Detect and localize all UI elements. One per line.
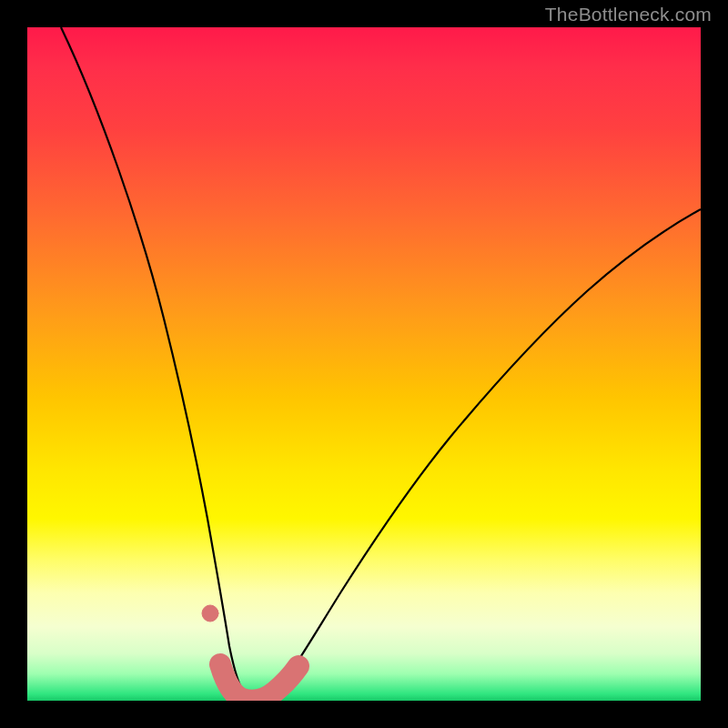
- svg-point-0: [202, 605, 218, 622]
- plot-area: [27, 27, 701, 701]
- watermark-text: TheBottleneck.com: [545, 4, 712, 25]
- highlight-markers: [202, 605, 298, 701]
- curve-layer: [27, 27, 701, 701]
- bottleneck-curve: [61, 27, 701, 700]
- chart-frame: TheBottleneck.com: [0, 0, 728, 728]
